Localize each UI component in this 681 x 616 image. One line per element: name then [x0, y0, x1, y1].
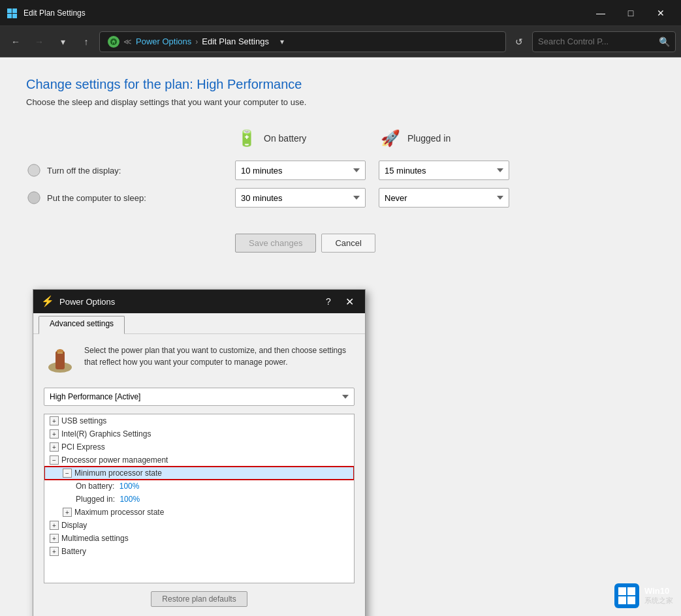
page-title: Change settings for the plan: High Perfo… [26, 77, 655, 92]
display-label: Display [61, 521, 87, 530]
up-button[interactable]: ↑ [76, 31, 97, 52]
breadcrumb-parent[interactable]: Power Options [136, 37, 191, 46]
forward-button[interactable]: → [29, 31, 50, 52]
svg-rect-14 [627, 587, 635, 595]
dialog-help-button[interactable]: ? [321, 294, 336, 309]
multimedia-expand-icon[interactable]: + [50, 534, 59, 543]
back-button[interactable]: ← [5, 31, 26, 52]
dialog-body: Select the power plan that you want to c… [33, 334, 365, 616]
min-processor-expand-icon[interactable]: − [63, 469, 72, 478]
display-battery-select[interactable]: 1 minute 5 minutes 10 minutes 15 minutes… [235, 161, 366, 180]
tree-item-battery-value[interactable]: On battery: 100% [44, 480, 354, 493]
max-processor-label: Maximum processor state [74, 508, 164, 517]
turn-off-display-text: Turn off the display: [47, 166, 121, 176]
svg-point-5 [28, 164, 40, 176]
settings-tree[interactable]: + USB settings + Intel(R) Graphics Setti… [44, 414, 355, 583]
plan-select[interactable]: Balanced Power saver High Performance [A… [44, 388, 355, 406]
win10-text: Win10 系统之家 [644, 586, 673, 606]
intel-graphics-label: Intel(R) Graphics Settings [61, 429, 151, 439]
window-controls: — □ ✕ [586, 3, 676, 23]
battery-settings-expand-icon[interactable]: + [50, 547, 59, 556]
win10-logo-icon [614, 583, 639, 608]
content-area: Change settings for the plan: High Perfo… [0, 57, 681, 616]
tree-item-usb[interactable]: + USB settings [44, 414, 354, 427]
advanced-settings-tab[interactable]: Advanced settings [39, 316, 125, 334]
sleep-battery-select[interactable]: 15 minutes 30 minutes 1 hour Never [235, 188, 366, 208]
save-changes-button[interactable]: Save changes [235, 234, 316, 253]
tree-item-plugged-value[interactable]: Plugged in: 100% [44, 493, 354, 506]
max-processor-expand-icon[interactable]: + [63, 508, 72, 517]
dialog-close-button[interactable]: ✕ [341, 294, 357, 309]
dialog-description-row: Select the power plan that you want to c… [44, 345, 355, 377]
restore-plan-defaults-button[interactable]: Restore plan defaults [151, 591, 247, 607]
sleep-text: Put the computer to sleep: [47, 193, 146, 203]
address-field[interactable]: ≪ Power Options › Edit Plan Settings ▾ [99, 31, 506, 52]
action-buttons: Save changes Cancel [235, 234, 655, 253]
page-subtitle: Choose the sleep and display settings th… [26, 97, 655, 107]
app-icon [5, 7, 18, 20]
tree-item-pci[interactable]: + PCI Express [44, 440, 354, 454]
display-expand-icon[interactable]: + [50, 521, 59, 530]
maximize-button[interactable]: □ [616, 3, 646, 23]
power-options-icon [44, 345, 76, 377]
minimize-button[interactable]: — [586, 3, 616, 23]
search-icon: 🔍 [659, 37, 670, 47]
svg-rect-1 [12, 8, 17, 13]
plan-dropdown-row: Balanced Power saver High Performance [A… [44, 388, 355, 406]
intel-graphics-expand-icon[interactable]: + [50, 429, 59, 439]
breadcrumb-icon [108, 36, 119, 48]
svg-point-6 [28, 192, 40, 204]
dialog-icon: ⚡ [41, 295, 54, 308]
main-window: Edit Plan Settings — □ ✕ ← → ▾ ↑ ≪ Power… [0, 0, 681, 616]
power-options-dialog: ⚡ Power Options ? ✕ Advanced settings [33, 289, 366, 616]
svg-rect-15 [618, 596, 626, 604]
tree-item-multimedia[interactable]: + Multimedia settings [44, 532, 354, 545]
settings-section: Turn off the display: 1 minute 5 minutes… [26, 161, 655, 208]
pci-expand-icon[interactable]: + [50, 442, 59, 452]
svg-rect-12 [614, 583, 639, 608]
address-dropdown-button[interactable]: ▾ [273, 33, 291, 51]
close-button[interactable]: ✕ [646, 3, 676, 23]
dialog-title-bar: ⚡ Power Options ? ✕ [33, 290, 365, 313]
dialog-tab-bar: Advanced settings [33, 313, 365, 334]
window-title: Edit Plan Settings [24, 8, 586, 18]
sleep-plugged-select[interactable]: Never 15 minutes 30 minutes [379, 188, 509, 208]
turn-off-display-label: Turn off the display: [26, 162, 235, 178]
search-input[interactable] [538, 37, 655, 46]
tree-item-battery-settings[interactable]: + Battery [44, 545, 354, 558]
battery-icon: 🔋 [235, 127, 259, 150]
multimedia-label: Multimedia settings [61, 534, 129, 543]
svg-rect-2 [7, 14, 12, 18]
svg-rect-16 [627, 596, 635, 604]
breadcrumb-sep1: ≪ [123, 37, 132, 46]
battery-column-header: 🔋 On battery [235, 127, 379, 150]
tree-item-min-processor[interactable]: − Minimum processor state [44, 467, 354, 480]
win10-line2: 系统之家 [644, 596, 673, 606]
battery-value-label: On battery: [76, 482, 117, 491]
plugged-value-label: Plugged in: [76, 495, 117, 504]
tree-item-max-processor[interactable]: + Maximum processor state [44, 506, 354, 519]
tree-item-processor-mgmt[interactable]: − Processor power management [44, 454, 354, 467]
processor-mgmt-expand-icon[interactable]: − [50, 455, 59, 465]
address-bar: ← → ▾ ↑ ≪ Power Options › Edit Plan Sett… [0, 26, 681, 57]
usb-expand-icon[interactable]: + [50, 416, 59, 425]
refresh-button[interactable]: ↺ [509, 31, 530, 52]
display-plugged-dropdown-wrapper: 1 minute 10 minutes 15 minutes 20 minute… [379, 161, 509, 180]
svg-rect-11 [57, 352, 63, 354]
win10-line1: Win10 [644, 586, 673, 596]
usb-label: USB settings [61, 416, 106, 425]
recent-locations-button[interactable]: ▾ [52, 31, 73, 52]
battery-value: 100% [119, 482, 140, 491]
tree-item-intel-graphics[interactable]: + Intel(R) Graphics Settings [44, 427, 354, 440]
search-box: 🔍 [532, 31, 676, 52]
min-processor-label: Minimum processor state [74, 469, 162, 478]
turn-off-display-row: Turn off the display: 1 minute 5 minutes… [26, 161, 655, 180]
tree-item-display[interactable]: + Display [44, 519, 354, 532]
sleep-row: Put the computer to sleep: 15 minutes 30… [26, 188, 655, 208]
title-bar: Edit Plan Settings — □ ✕ [0, 0, 681, 26]
cancel-button[interactable]: Cancel [321, 234, 375, 253]
display-plugged-select[interactable]: 1 minute 10 minutes 15 minutes 20 minute… [379, 161, 509, 180]
restore-button-row: Restore plan defaults [44, 591, 355, 607]
pci-label: PCI Express [61, 442, 105, 452]
sleep-plugged-dropdown-wrapper: Never 15 minutes 30 minutes [379, 188, 509, 208]
